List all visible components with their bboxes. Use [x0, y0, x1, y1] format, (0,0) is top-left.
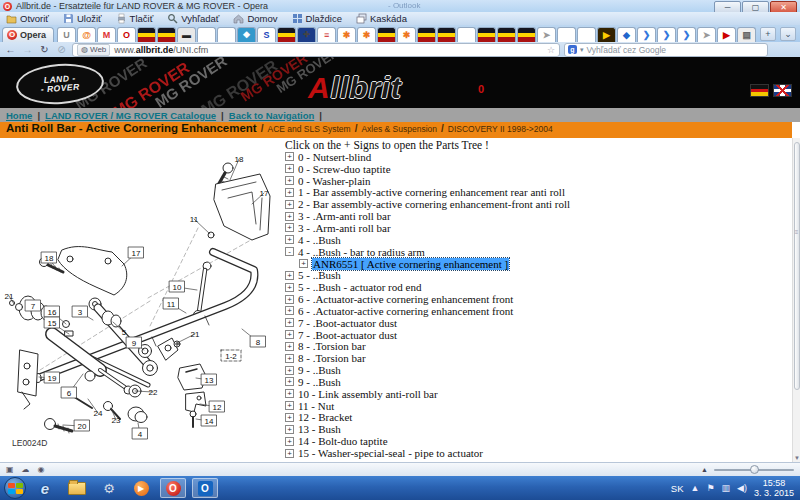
tab-list-button[interactable]: ⌄	[780, 27, 796, 41]
german-flag-icon[interactable]	[750, 84, 769, 97]
tab-favicon-21[interactable]	[477, 27, 496, 42]
tree-expander[interactable]: +	[285, 318, 294, 327]
url-field[interactable]: ◍ Web www.allbrit.de/UNI.cfm ☆	[72, 43, 560, 57]
tab-favicon-19[interactable]	[437, 27, 456, 42]
tab-favicon-23[interactable]	[517, 27, 536, 42]
bookmark-star-icon[interactable]: ☆	[547, 45, 555, 55]
tree-item-label[interactable]: 10 - Link assembly anti-roll bar	[298, 388, 438, 400]
tree-expander[interactable]: +	[285, 295, 294, 304]
tree-expander[interactable]: +	[285, 389, 294, 398]
turbo-icon[interactable]: ◉	[38, 465, 45, 474]
reload-button[interactable]: ↻	[38, 44, 51, 55]
tree-expander[interactable]: +	[285, 188, 294, 197]
tree-expander[interactable]: +	[285, 366, 294, 375]
tab-favicon-18[interactable]	[417, 27, 436, 42]
tree-item-label[interactable]: 8 - .Torsion bar	[298, 340, 366, 352]
tree-expander[interactable]: +	[285, 271, 294, 280]
vertical-scrollbar[interactable]: ▼	[792, 138, 800, 462]
tree-item-label[interactable]: 7 - .Boot-actuator dust	[298, 329, 397, 341]
menu-find[interactable]: Vyhľadať	[167, 13, 219, 24]
tree-item-label[interactable]: 5 - ..Bush - actuator rod end	[298, 281, 421, 293]
tree-expander[interactable]: +	[285, 176, 294, 185]
zoom-slider-knob[interactable]	[750, 465, 759, 474]
tab-favicon-33[interactable]: ▶	[717, 27, 736, 42]
tree-expander[interactable]: +	[285, 212, 294, 221]
tree-item-label[interactable]: 5 - ..Bush	[298, 269, 341, 281]
menu-home[interactable]: Domov	[233, 13, 277, 24]
taskbar-devices-icon[interactable]: ⚙	[96, 478, 122, 498]
taskbar-outlook-icon[interactable]: O	[192, 478, 218, 498]
tab-favicon-31[interactable]: ❯	[677, 27, 696, 42]
fit-width-icon[interactable]: ▲	[701, 466, 708, 473]
nav-link-catalogue[interactable]: LAND ROVER / MG ROVER Catalogue	[45, 110, 216, 121]
tree-expander[interactable]: +	[285, 437, 294, 446]
tab-favicon-11[interactable]	[277, 27, 296, 42]
new-tab-button[interactable]: +	[760, 27, 776, 41]
menu-open[interactable]: Otvoriť	[6, 13, 49, 24]
taskbar-ie-icon[interactable]: e	[32, 478, 58, 498]
tree-expander[interactable]: +	[285, 330, 294, 339]
tree-expander[interactable]: +	[285, 164, 294, 173]
tab-favicon-32[interactable]: ➤	[697, 27, 716, 42]
tree-expander[interactable]: +	[299, 259, 308, 268]
menu-cascade[interactable]: Kaskáda	[356, 13, 407, 24]
forward-button[interactable]: →	[21, 44, 34, 55]
tab-favicon-3[interactable]: O	[117, 27, 136, 42]
tab-favicon-30[interactable]: ❯	[657, 27, 676, 42]
tree-item-label[interactable]: 9 - ..Bush	[298, 364, 341, 376]
tab-favicon-0[interactable]: U	[57, 27, 76, 42]
unite-icon[interactable]: ☁	[22, 465, 30, 474]
search-field[interactable]: g ▾ Vyhľadať cez Google	[564, 43, 768, 57]
tree-expander[interactable]: +	[285, 235, 294, 244]
tree-item-label[interactable]: 12 - Bracket	[298, 411, 352, 423]
language-indicator[interactable]: SK	[671, 483, 684, 494]
tree-item-label[interactable]: 1 - Bar assembly-active cornering enhanc…	[298, 186, 565, 198]
tab-favicon-20[interactable]	[457, 27, 476, 42]
tree-expander[interactable]: +	[285, 342, 294, 351]
tree-expander[interactable]: +	[285, 200, 294, 209]
action-center-flag-icon[interactable]: ⚑	[706, 483, 714, 493]
tab-favicon-24[interactable]: ➤	[537, 27, 556, 42]
taskbar-opera-icon[interactable]: O	[160, 478, 186, 498]
uk-flag-icon[interactable]	[773, 84, 792, 97]
nav-link-back-to-navigation[interactable]: Back to Navigation	[229, 110, 315, 121]
tree-item-label-selected[interactable]: ANR6551 [ Active cornering enhancement ]	[312, 258, 509, 270]
tab-favicon-10[interactable]: S	[257, 27, 276, 42]
tree-item-label[interactable]: 13 - Bush	[298, 423, 341, 435]
panels-toggle-icon[interactable]: ▣	[6, 465, 14, 474]
tree-item-label[interactable]: 3 - .Arm-anti roll bar	[298, 222, 391, 234]
tab-favicon-25[interactable]	[557, 27, 576, 42]
speaker-icon[interactable]: ◀)	[737, 483, 747, 493]
hidden-icons-arrow[interactable]: ▲	[691, 483, 700, 493]
tree-item-label[interactable]: 14 - Bolt-duo taptite	[298, 435, 388, 447]
back-button[interactable]: ←	[4, 44, 17, 55]
tab-favicon-7[interactable]	[197, 27, 216, 42]
menu-tiles[interactable]: Dlaždice	[292, 13, 342, 24]
tree-expander[interactable]: +	[285, 223, 294, 232]
scrollbar-thumb[interactable]	[794, 142, 800, 390]
tab-favicon-16[interactable]	[377, 27, 396, 42]
menu-print[interactable]: Tlačiť	[116, 13, 154, 24]
tree-item-label[interactable]: 0 - Screw-duo taptite	[298, 163, 391, 175]
menu-save[interactable]: Uložiť	[63, 13, 102, 24]
tree-item-label[interactable]: 4 - ..Bush - bar to radius arm	[298, 246, 425, 258]
start-button[interactable]	[4, 477, 26, 499]
tree-expander[interactable]: +	[285, 354, 294, 363]
tree-item-label[interactable]: 9 - ..Bush	[298, 376, 341, 388]
tree-item-label[interactable]: 2 - Bar assembly-active cornering enhanc…	[298, 198, 570, 210]
network-icon[interactable]: ▥	[722, 483, 731, 493]
tree-item-label[interactable]: 3 - .Arm-anti roll bar	[298, 210, 391, 222]
tab-favicon-4[interactable]	[137, 27, 156, 42]
tree-item-label[interactable]: 4 - ..Bush	[298, 234, 341, 246]
tab-favicon-15[interactable]: ✱	[357, 27, 376, 42]
taskbar-clock[interactable]: 15:58 3. 3. 2015	[754, 478, 794, 499]
tab-favicon-28[interactable]: ◆	[617, 27, 636, 42]
tab-favicon-14[interactable]: ✱	[337, 27, 356, 42]
tab-favicon-26[interactable]	[577, 27, 596, 42]
tab-favicon-22[interactable]	[497, 27, 516, 42]
tree-item-label[interactable]: 8 - .Torsion bar	[298, 352, 366, 364]
tree-expander[interactable]: +	[285, 413, 294, 422]
tab-favicon-2[interactable]: M	[97, 27, 116, 42]
tab-favicon-9[interactable]: ❖	[237, 27, 256, 42]
tree-item-label[interactable]: 7 - .Boot-actuator dust	[298, 317, 397, 329]
